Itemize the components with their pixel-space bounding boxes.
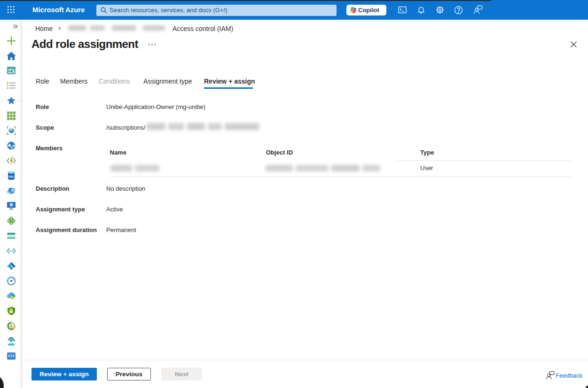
svg-text:$: $ (10, 323, 13, 328)
svg-text:SQL: SQL (8, 175, 14, 178)
